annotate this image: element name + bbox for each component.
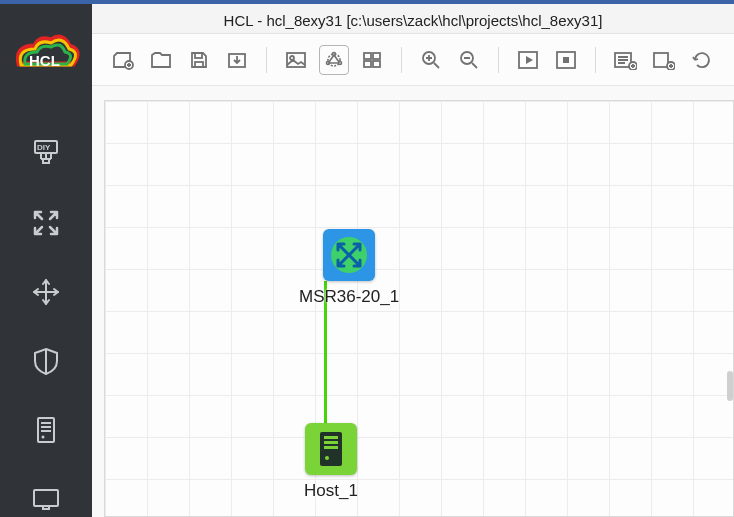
canvas-area: MSR36-20_1 Host_1 bbox=[92, 86, 734, 517]
svg-rect-8 bbox=[195, 62, 203, 67]
title-bar: HCL - hcl_8exy31 [c:\users\zack\hcl\proj… bbox=[92, 0, 734, 34]
stop-button[interactable] bbox=[551, 45, 581, 75]
reload-button[interactable] bbox=[686, 45, 716, 75]
grid-button[interactable] bbox=[357, 45, 387, 75]
zoom-in-button[interactable] bbox=[416, 45, 446, 75]
sidebar-shield-button[interactable] bbox=[26, 342, 66, 379]
svg-rect-27 bbox=[654, 53, 668, 67]
svg-rect-17 bbox=[373, 53, 380, 59]
router-icon bbox=[323, 229, 375, 281]
scrollbar-thumb[interactable] bbox=[727, 371, 733, 401]
svg-rect-19 bbox=[373, 61, 380, 67]
node-host-label: Host_1 bbox=[304, 481, 358, 501]
svg-text:DIY: DIY bbox=[37, 143, 51, 152]
host-icon bbox=[305, 423, 357, 475]
add-list-button[interactable] bbox=[610, 45, 640, 75]
toolbar-separator bbox=[498, 47, 499, 73]
node-router[interactable]: MSR36-20_1 bbox=[299, 229, 399, 307]
svg-rect-32 bbox=[324, 441, 338, 444]
svg-rect-7 bbox=[195, 53, 202, 58]
hcl-logo: HCL bbox=[11, 32, 81, 80]
node-host[interactable]: Host_1 bbox=[304, 423, 358, 501]
image-button[interactable] bbox=[281, 45, 311, 75]
svg-rect-24 bbox=[563, 57, 569, 63]
toolbar bbox=[92, 34, 734, 86]
title-path: c:\users\zack\hcl\projects\hcl_8exy31 bbox=[351, 12, 599, 29]
svg-rect-18 bbox=[364, 61, 371, 67]
graph-button[interactable] bbox=[319, 45, 349, 75]
toolbar-separator bbox=[401, 47, 402, 73]
toolbar-separator bbox=[595, 47, 596, 73]
new-file-button[interactable] bbox=[108, 45, 138, 75]
svg-point-34 bbox=[325, 456, 329, 460]
svg-point-4 bbox=[42, 435, 45, 438]
export-button[interactable] bbox=[222, 45, 252, 75]
sidebar-move-button[interactable] bbox=[26, 274, 66, 311]
play-button[interactable] bbox=[513, 45, 543, 75]
sidebar-monitor-button[interactable] bbox=[26, 480, 66, 517]
zoom-out-button[interactable] bbox=[454, 45, 484, 75]
title-app: HCL bbox=[224, 12, 253, 29]
sidebar-diy-button[interactable]: DIY bbox=[26, 136, 66, 173]
topology-canvas[interactable]: MSR36-20_1 Host_1 bbox=[104, 100, 734, 517]
svg-rect-31 bbox=[324, 436, 338, 439]
svg-rect-10 bbox=[287, 53, 305, 67]
open-file-button[interactable] bbox=[146, 45, 176, 75]
save-button[interactable] bbox=[184, 45, 214, 75]
svg-rect-16 bbox=[364, 53, 371, 59]
left-sidebar: HCL DIY bbox=[0, 0, 92, 517]
title-project: hcl_8exy31 bbox=[266, 12, 342, 29]
main-area: HCL - hcl_8exy31 [c:\users\zack\hcl\proj… bbox=[92, 0, 734, 517]
svg-rect-5 bbox=[34, 490, 58, 506]
toolbar-separator bbox=[266, 47, 267, 73]
sidebar-server-button[interactable] bbox=[26, 411, 66, 448]
node-router-label: MSR36-20_1 bbox=[299, 287, 399, 307]
svg-rect-33 bbox=[324, 446, 338, 449]
add-node-button[interactable] bbox=[648, 45, 678, 75]
sidebar-expand-button[interactable] bbox=[26, 205, 66, 242]
svg-text:HCL: HCL bbox=[29, 52, 60, 69]
